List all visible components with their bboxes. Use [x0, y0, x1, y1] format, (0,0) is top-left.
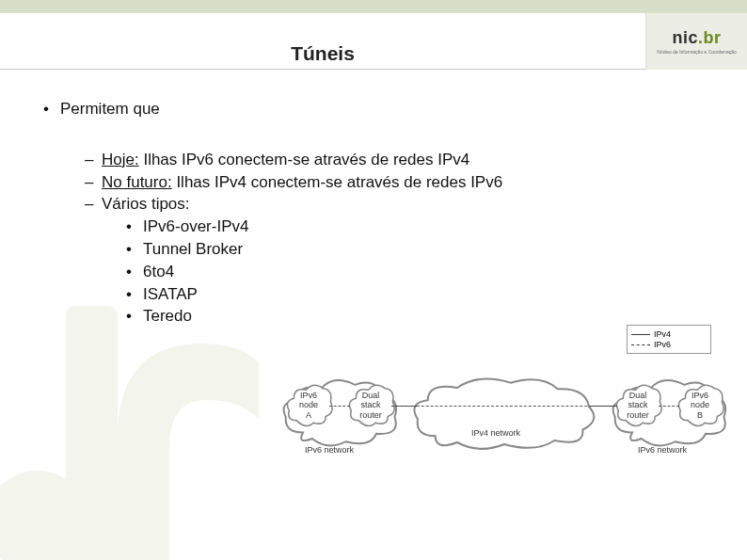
logo-subtitle: Núcleo de Informação e Coordenação — [657, 50, 737, 56]
bullet-lvl2: Hoje: Ilhas IPv6 conectem-se através de … — [85, 149, 719, 171]
bullet-text: 6to4 — [143, 263, 174, 280]
logo-text: nic.br — [672, 28, 721, 48]
bullet-text: Ilhas IPv6 conectem-se através de redes … — [139, 151, 470, 168]
bullet-text: ISATAP — [143, 285, 198, 303]
cloud-node-b-text: IPv6 node B — [675, 391, 724, 420]
center-net-label: IPv4 network — [471, 428, 520, 438]
bullet-emph: No futuro: — [102, 173, 172, 191]
link-dashed-a-routerL — [329, 406, 350, 407]
slide: Túneis nic.br Núcleo de Informação e Coo… — [0, 0, 747, 560]
link-dashed-tunnel — [393, 406, 615, 407]
cloud-router-left: Dual stack router — [346, 381, 395, 430]
legend-line-dashed — [631, 344, 650, 345]
bullet-lvl2: Vários tipos: IPv6-over-IPv4 Tunnel Brok… — [85, 193, 719, 328]
bullet-text: Tunnel Broker — [143, 240, 243, 258]
cloud-router-left-text: Dual stack router — [346, 391, 395, 420]
tunnel-diagram: IPv4 IPv6 IPv6 network IPv6 node A Dual … — [278, 325, 730, 466]
svg-rect-1 — [66, 306, 118, 560]
logo-br: .br — [698, 28, 722, 47]
top-band — [0, 0, 747, 13]
link-solid-net-routerR — [589, 406, 617, 407]
left-net-label: IPv6 network — [305, 445, 354, 455]
logo: nic.br Núcleo de Informação e Coordenaçã… — [645, 13, 747, 70]
cloud-router-right-text: Dual stack router — [613, 391, 662, 420]
bullet-emph: Hoje: — [102, 151, 139, 168]
cloud-node-a: IPv6 node A — [284, 381, 333, 430]
legend-row-ipv6: IPv6 — [631, 340, 707, 349]
legend-row-ipv4: IPv4 — [631, 329, 707, 339]
slide-title: Túneis — [291, 42, 355, 65]
title-row: Túneis — [0, 38, 645, 70]
cloud-center-network — [410, 372, 598, 456]
bullet-text: Permitem que — [60, 100, 160, 118]
bullet-lvl3: ISATAP — [126, 283, 719, 306]
legend-label: IPv6 — [654, 340, 671, 349]
right-net-label: IPv6 network — [638, 445, 687, 455]
cloud-node-b: IPv6 node B — [675, 381, 724, 430]
legend-line-solid — [631, 334, 650, 335]
link-dashed-routerR-b — [659, 406, 679, 407]
bullet-lvl1: Permitem que Hoje: Ilhas IPv6 conectem-s… — [43, 98, 719, 328]
bullet-lvl3: IPv6-over-IPv4 — [126, 216, 719, 238]
bullet-text: IPv6-over-IPv4 — [143, 217, 248, 235]
bullet-text: Vários tipos: — [102, 195, 190, 213]
bullet-lvl3: Tunnel Broker — [126, 238, 719, 261]
bullet-text: Ilhas IPv4 conectem-se através de redes … — [172, 173, 503, 191]
cloud-node-a-text: IPv6 node A — [284, 391, 333, 420]
content: Permitem que Hoje: Ilhas IPv6 conectem-s… — [43, 98, 719, 328]
bullet-text: Teredo — [143, 307, 192, 325]
svg-point-0 — [0, 471, 89, 560]
legend-label: IPv4 — [654, 329, 671, 339]
diagram-legend: IPv4 IPv6 — [627, 325, 711, 354]
bullet-lvl3: 6to4 — [126, 261, 719, 283]
cloud-router-right: Dual stack router — [613, 381, 662, 430]
bullet-lvl2: No futuro: Ilhas IPv4 conectem-se atravé… — [85, 171, 719, 194]
logo-nic: nic — [672, 28, 698, 47]
